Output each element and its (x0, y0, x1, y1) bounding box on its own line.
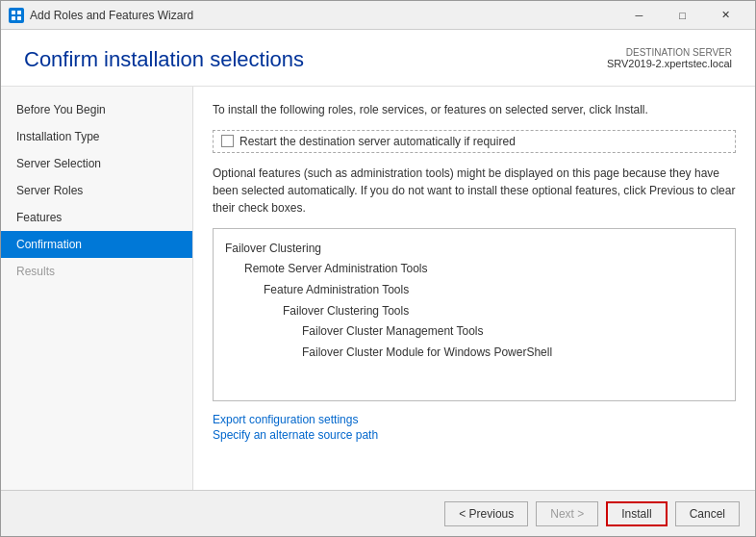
sidebar-item-before-you-begin[interactable]: Before You Begin (1, 96, 192, 123)
feature-item: Failover Clustering Tools (225, 301, 723, 322)
svg-rect-3 (17, 16, 21, 20)
feature-item: Feature Administration Tools (225, 280, 723, 301)
sidebar-item-server-selection[interactable]: Server Selection (1, 150, 192, 177)
title-bar: Add Roles and Features Wizard ─ □ ✕ (1, 1, 755, 30)
export-config-link[interactable]: Export configuration settings (213, 413, 736, 426)
feature-item: Remote Server Administration Tools (225, 259, 723, 280)
restart-checkbox[interactable] (221, 135, 234, 147)
sidebar-item-installation-type[interactable]: Installation Type (1, 123, 192, 150)
main-content: To install the following roles, role ser… (193, 87, 755, 490)
svg-rect-2 (12, 16, 15, 20)
svg-rect-0 (12, 11, 15, 14)
footer: < Previous Next > Install Cancel (1, 490, 755, 536)
window-controls: ─ □ ✕ (617, 1, 747, 30)
maximize-button[interactable]: □ (661, 1, 704, 30)
svg-rect-1 (17, 11, 21, 14)
page-header: Confirm installation selections DESTINAT… (1, 30, 755, 87)
window-title: Add Roles and Features Wizard (30, 9, 193, 22)
cancel-button[interactable]: Cancel (675, 501, 740, 526)
main-layout: Before You BeginInstallation TypeServer … (1, 87, 755, 490)
minimize-button[interactable]: ─ (617, 1, 661, 30)
sidebar: Before You BeginInstallation TypeServer … (1, 87, 193, 490)
title-bar-left: Add Roles and Features Wizard (9, 8, 193, 23)
destination-server-value: SRV2019-2.xpertstec.local (607, 58, 732, 69)
destination-server-label: DESTINATION SERVER (607, 47, 732, 58)
previous-button[interactable]: < Previous (444, 501, 528, 526)
wizard-window: Add Roles and Features Wizard ─ □ ✕ Conf… (0, 0, 756, 537)
restart-checkbox-row[interactable]: Restart the destination server automatic… (213, 130, 736, 153)
close-button[interactable]: ✕ (704, 1, 747, 30)
sidebar-item-features[interactable]: Features (1, 204, 192, 231)
sidebar-item-confirmation[interactable]: Confirmation (1, 231, 192, 258)
install-button[interactable]: Install (606, 501, 667, 526)
wizard-icon (9, 8, 24, 23)
optional-text: Optional features (such as administratio… (213, 165, 736, 217)
feature-item: Failover Cluster Module for Windows Powe… (225, 343, 723, 364)
instruction-text: To install the following roles, role ser… (213, 102, 736, 118)
page-title: Confirm installation selections (24, 47, 304, 72)
features-box: Failover ClusteringRemote Server Adminis… (213, 228, 736, 401)
alternate-source-link[interactable]: Specify an alternate source path (213, 428, 736, 442)
restart-label: Restart the destination server automatic… (239, 135, 516, 148)
feature-item: Failover Clustering (225, 239, 723, 260)
next-button[interactable]: Next > (536, 501, 598, 526)
links-section: Export configuration settings Specify an… (213, 413, 736, 442)
feature-item: Failover Cluster Management Tools (225, 321, 723, 343)
sidebar-item-results: Results (1, 258, 192, 285)
destination-server-info: DESTINATION SERVER SRV2019-2.xpertstec.l… (607, 47, 732, 69)
sidebar-item-server-roles[interactable]: Server Roles (1, 177, 192, 204)
